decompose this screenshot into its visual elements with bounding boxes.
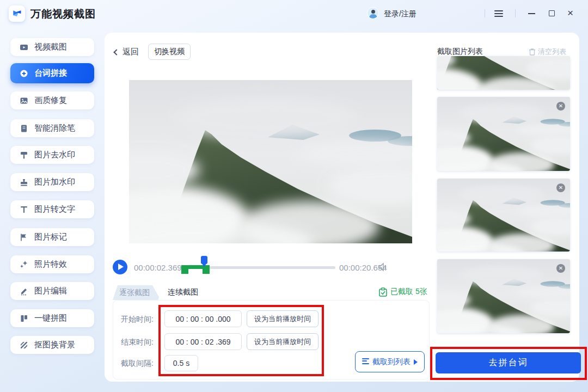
sidebar-item-smart-eraser[interactable]: 智能消除笔 (10, 119, 94, 137)
chevron-left-icon (113, 49, 119, 55)
sidebar-item-label: 画质修复 (34, 95, 67, 106)
text-icon (20, 205, 28, 214)
titlebar-divider (485, 9, 485, 17)
clear-list-button[interactable]: 清空列表 (529, 47, 566, 57)
clipboard-check-icon (378, 287, 388, 297)
current-time: 00:00:02.369 (134, 263, 182, 272)
trash-icon (529, 48, 536, 56)
sidebar-item-quality-repair[interactable]: 画质修复 (10, 91, 94, 109)
go-splice-subtitles-button[interactable]: 去拼台词 (436, 352, 581, 373)
captured-list-title: 截取图片列表 (437, 47, 483, 57)
maximize-button[interactable] (549, 10, 555, 16)
sidebar-item-label: 智能消除笔 (34, 123, 75, 133)
app-title: 万能视频截图 (30, 7, 96, 21)
sparkles-icon (20, 260, 28, 269)
start-time-label: 开始时间: (121, 315, 154, 324)
sidebar-item-remove-watermark[interactable]: 图片去水印 (10, 146, 94, 164)
pencil-icon (20, 287, 28, 296)
volume-icon[interactable] (378, 262, 388, 272)
close-button[interactable]: × (567, 7, 573, 19)
remove-thumbnail-icon[interactable]: ✕ (556, 102, 565, 111)
menu-icon[interactable] (494, 10, 503, 17)
sidebar-item-add-watermark[interactable]: 图片加水印 (10, 173, 94, 191)
sidebar-item-label: 图片加水印 (34, 177, 75, 187)
switch-video-button[interactable]: 切换视频 (148, 44, 191, 60)
stamp-icon (20, 178, 28, 187)
sidebar-item-video-capture[interactable]: 视频截图 (10, 38, 94, 56)
sidebar-item-label: 抠图换背景 (34, 340, 75, 350)
app-window: 万能视频截图 登录/注册 × 视频截图 台词拼接 画质修复 智能消除笔 图片去水… (0, 0, 588, 392)
seek-handle[interactable] (201, 256, 207, 264)
capture-to-list-button[interactable]: 截取到列表 (355, 351, 425, 372)
sidebar-item-image-to-text[interactable]: 图片转文字 (10, 200, 94, 218)
back-button[interactable]: 返回 (114, 47, 139, 57)
sidebar-item-image-edit[interactable]: 图片编辑 (10, 282, 94, 300)
thumbnail-item[interactable]: ✕ (437, 259, 570, 333)
thumbnail-item[interactable]: ✕ (437, 97, 570, 171)
sidebar-item-subtitle-splice[interactable]: 台词拼接 (10, 63, 94, 83)
play-triangle-icon (414, 359, 418, 365)
list-icon (362, 358, 369, 366)
captured-count: 已截取 5张 (378, 287, 427, 297)
sidebar-item-label: 图片标记 (34, 232, 67, 242)
notes-icon (20, 124, 28, 133)
sidebar-item-label: 照片特效 (34, 259, 67, 270)
login-register-link[interactable]: 登录/注册 (384, 9, 416, 19)
sidebar-item-label: 台词拼接 (34, 68, 67, 78)
app-logo-icon (9, 5, 25, 22)
flag-icon (20, 233, 28, 242)
sidebar-item-label: 一键拼图 (34, 313, 67, 323)
video-icon (20, 43, 28, 52)
thumbnail-item[interactable] (437, 56, 570, 90)
image-icon (20, 96, 28, 105)
sidebar-item-photo-effects[interactable]: 照片特效 (10, 255, 94, 273)
titlebar-divider (515, 9, 516, 17)
sidebar-item-label: 图片转文字 (34, 204, 75, 215)
paint-roller-icon (20, 151, 28, 160)
interval-label: 截取间隔: (121, 359, 154, 369)
tab-continuous-capture[interactable]: 连续截图 (158, 284, 208, 301)
tab-single-capture[interactable]: 逐张截图 (113, 285, 161, 300)
sidebar-item-image-marker[interactable]: 图片标记 (10, 228, 94, 246)
sidebar-item-one-click-collage[interactable]: 一键拼图 (10, 309, 94, 327)
remove-thumbnail-icon[interactable]: ✕ (556, 264, 565, 273)
plus-circle-icon (20, 69, 28, 78)
annotation-rect-form (158, 305, 324, 376)
sidebar-item-cutout-background[interactable]: 抠图换背景 (10, 336, 94, 354)
avatar[interactable] (367, 7, 379, 19)
cutout-icon (20, 341, 28, 350)
remove-thumbnail-icon[interactable]: ✕ (556, 183, 565, 192)
sidebar-item-label: 图片去水印 (34, 150, 75, 160)
play-button[interactable] (113, 260, 127, 274)
sidebar-item-label: 图片编辑 (34, 286, 67, 296)
seek-bar[interactable] (189, 266, 335, 269)
video-preview[interactable] (129, 80, 412, 243)
minimize-button[interactable] (528, 13, 535, 14)
sidebar-item-label: 视频截图 (34, 42, 67, 52)
end-time-label: 结束时间: (121, 338, 154, 347)
thumbnail-item[interactable]: ✕ (437, 179, 570, 252)
collage-icon (20, 314, 28, 323)
